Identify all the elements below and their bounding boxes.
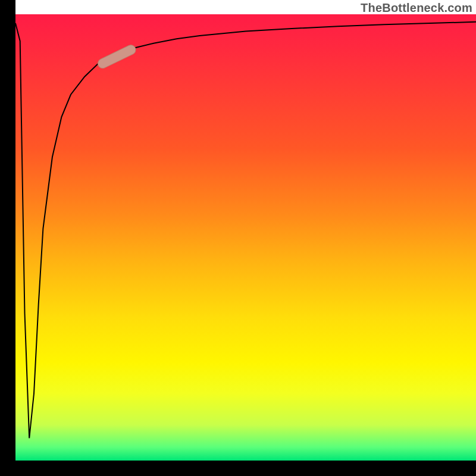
attribution-label: TheBottleneck.com: [361, 1, 472, 15]
curve-layer: [15, 14, 476, 461]
chart-root: TheBottleneck.com: [0, 0, 476, 476]
bottleneck-curve: [15, 22, 476, 439]
highlight-marker: [96, 43, 137, 70]
x-axis: [0, 461, 476, 476]
plot-area: [15, 14, 476, 461]
y-axis: [0, 0, 15, 476]
